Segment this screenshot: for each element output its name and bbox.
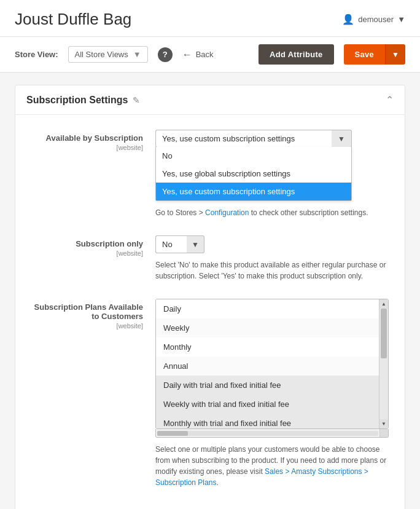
subscription-only-scope: [website]	[26, 250, 143, 257]
section-title-group: Subscription Settings ✎	[26, 95, 140, 106]
subscription-dropdown-arrow[interactable]: ▼	[332, 130, 352, 148]
plan-weekly[interactable]: Weekly	[156, 318, 379, 337]
plan-daily[interactable]: Daily	[156, 299, 379, 318]
available-subscription-menu: No Yes, use global subscription settings…	[155, 147, 352, 201]
subscription-only-row: Subscription only [website] No ▼ Select …	[26, 235, 394, 282]
subscription-plans-multiselect: Daily Weekly Monthly Annual Daily with t…	[155, 299, 389, 438]
page-header: Joust Duffle Bag 👤 demouser ▼	[0, 0, 420, 37]
add-attribute-button[interactable]: Add Attribute	[259, 44, 333, 65]
scroll-down-button[interactable]: ▼	[379, 419, 388, 428]
multiselect-scrollbar[interactable]: ▲ ▼	[379, 299, 388, 428]
save-button-group: Save ▼	[344, 44, 405, 65]
subscription-settings-section: Subscription Settings ✎ ⌃ Available by S…	[15, 85, 405, 509]
save-dropdown-button[interactable]: ▼	[385, 44, 405, 65]
subscription-only-dropdown[interactable]: No ▼	[155, 235, 204, 253]
scroll-up-button[interactable]: ▲	[379, 299, 388, 309]
help-button[interactable]: ?	[158, 47, 173, 62]
plan-weekly-trial[interactable]: Weekly with trial and fixed initial fee	[156, 395, 379, 414]
back-label: Back	[196, 50, 214, 59]
available-subscription-control: Yes, use custom subscription settings ▼ …	[155, 130, 394, 218]
subscription-dropdown-value: Yes, use custom subscription settings	[155, 130, 332, 148]
subscription-plans-label: Subscription Plans Available to Customer…	[26, 299, 155, 329]
configuration-link[interactable]: Configuration	[205, 208, 249, 217]
plan-daily-trial[interactable]: Daily with trial and fixed initial fee	[156, 376, 379, 395]
subscription-only-label: Subscription only [website]	[26, 235, 155, 257]
section-title: Subscription Settings	[26, 95, 128, 106]
collapse-icon[interactable]: ⌃	[386, 94, 394, 106]
user-dropdown-icon: ▼	[397, 15, 405, 24]
save-button[interactable]: Save	[344, 44, 386, 65]
available-subscription-help: Go to Stores > Configuration to check ot…	[155, 207, 394, 218]
multiselect-inner: Daily Weekly Monthly Annual Daily with t…	[155, 299, 389, 429]
available-by-subscription-row: Available by Subscription [website] Yes,…	[26, 130, 394, 218]
scroll-track	[379, 309, 388, 419]
subscription-plans-row: Subscription Plans Available to Customer…	[26, 299, 394, 488]
store-view-dropdown-icon: ▼	[133, 50, 141, 59]
subscription-plans-link[interactable]: Sales > Amasty Subscriptions > Subscript…	[155, 467, 368, 487]
plan-annual[interactable]: Annual	[156, 357, 379, 376]
store-view-selector[interactable]: All Store Views ▼	[68, 46, 148, 63]
h-scroll-track	[157, 431, 378, 436]
page-title: Joust Duffle Bag	[15, 10, 131, 29]
subscription-plans-help: Select one or multiple plans your custom…	[155, 444, 394, 488]
user-icon: 👤	[342, 14, 354, 25]
section-header[interactable]: Subscription Settings ✎ ⌃	[15, 85, 405, 115]
subscription-plans-control: Daily Weekly Monthly Annual Daily with t…	[155, 299, 394, 488]
section-body: Available by Subscription [website] Yes,…	[15, 115, 405, 509]
dropdown-option-global[interactable]: Yes, use global subscription settings	[156, 165, 351, 183]
back-button[interactable]: ← Back	[182, 49, 214, 60]
multiselect-list[interactable]: Daily Weekly Monthly Annual Daily with t…	[156, 299, 379, 428]
plan-monthly-trial[interactable]: Monthly with trial and fixed initial fee	[156, 414, 379, 428]
edit-icon[interactable]: ✎	[133, 95, 140, 105]
available-subscription-label: Available by Subscription [website]	[26, 130, 155, 151]
toolbar: Store View: All Store Views ▼ ? ← Back A…	[0, 37, 420, 73]
user-menu[interactable]: 👤 demouser ▼	[342, 14, 405, 25]
subscription-plans-scope: [website]	[26, 322, 143, 329]
back-arrow-icon: ←	[182, 49, 192, 60]
available-subscription-scope: [website]	[26, 144, 143, 151]
dropdown-option-no[interactable]: No	[156, 147, 351, 165]
username: demouser	[358, 15, 394, 24]
subscription-only-help: Select 'No' to make this product availab…	[155, 259, 394, 282]
store-view-label: Store View:	[15, 50, 58, 59]
resize-handle[interactable]	[379, 429, 388, 438]
subscription-only-control: No ▼ Select 'No' to make this product av…	[155, 235, 394, 282]
multiselect-bottom	[155, 429, 389, 438]
dropdown-option-custom[interactable]: Yes, use custom subscription settings	[156, 183, 351, 200]
h-scroll-thumb	[157, 431, 188, 436]
subscription-only-arrow[interactable]: ▼	[187, 235, 204, 253]
subscription-only-value: No	[155, 235, 187, 253]
store-view-value: All Store Views	[75, 50, 128, 59]
h-scroll-area	[156, 429, 379, 437]
plan-monthly[interactable]: Monthly	[156, 337, 379, 357]
available-subscription-dropdown[interactable]: Yes, use custom subscription settings ▼	[155, 130, 352, 148]
main-content: Subscription Settings ✎ ⌃ Available by S…	[0, 73, 420, 509]
scroll-thumb	[381, 309, 387, 358]
